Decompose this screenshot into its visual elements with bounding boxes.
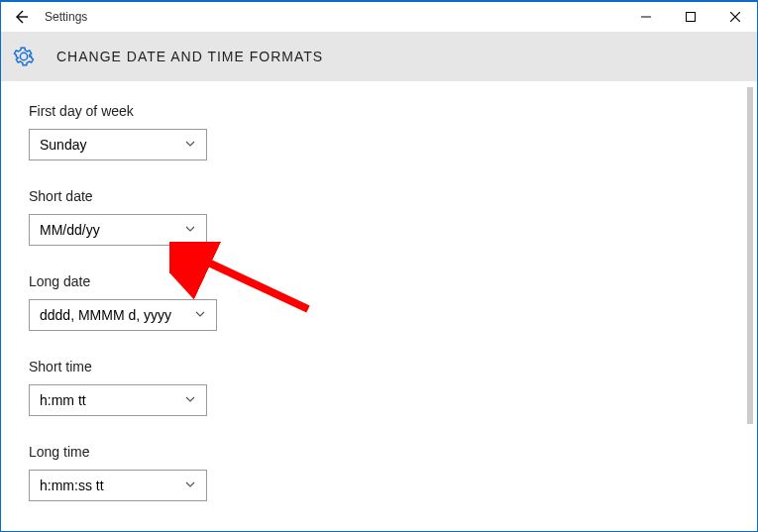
- svg-rect-0: [686, 13, 695, 22]
- window-title: Settings: [45, 10, 87, 24]
- gear-icon: [13, 46, 35, 67]
- page-title: CHANGE DATE AND TIME FORMATS: [56, 49, 323, 64]
- close-button[interactable]: [712, 2, 757, 32]
- chevron-down-icon: [176, 222, 196, 238]
- long-time-group: Long time h:mm:ss tt: [29, 444, 729, 501]
- back-button[interactable]: [9, 5, 33, 29]
- window-controls: [623, 2, 757, 32]
- long-date-group: Long date dddd, MMMM d, yyyy: [29, 273, 729, 331]
- long-date-dropdown[interactable]: dddd, MMMM d, yyyy: [29, 299, 217, 331]
- scrollbar-thumb[interactable]: [747, 87, 753, 424]
- short-time-group: Short time h:mm tt: [29, 359, 729, 416]
- maximize-button[interactable]: [668, 2, 712, 32]
- short-time-value: h:mm tt: [40, 392, 86, 408]
- close-icon: [730, 12, 740, 22]
- minimize-button[interactable]: [623, 2, 668, 32]
- chevron-down-icon: [176, 137, 196, 153]
- short-time-label: Short time: [29, 359, 729, 374]
- long-time-value: h:mm:ss tt: [40, 478, 104, 493]
- long-time-label: Long time: [29, 444, 729, 460]
- page-header: CHANGE DATE AND TIME FORMATS: [1, 32, 757, 81]
- chevron-down-icon: [186, 307, 206, 323]
- first-day-label: First day of week: [29, 103, 729, 119]
- short-date-label: Short date: [29, 188, 729, 204]
- window-titlebar: Settings: [1, 2, 757, 32]
- first-day-value: Sunday: [40, 137, 86, 153]
- short-date-group: Short date MM/dd/yy: [29, 188, 729, 246]
- minimize-icon: [641, 12, 651, 22]
- chevron-down-icon: [176, 392, 196, 408]
- short-date-value: MM/dd/yy: [40, 222, 100, 238]
- content-wrapper: First day of week Sunday Short date MM/d…: [1, 81, 757, 532]
- first-day-dropdown[interactable]: Sunday: [29, 129, 207, 160]
- scrollbar[interactable]: [747, 87, 753, 528]
- chevron-down-icon: [176, 478, 196, 493]
- long-date-value: dddd, MMMM d, yyyy: [40, 307, 171, 323]
- short-time-dropdown[interactable]: h:mm tt: [29, 384, 207, 416]
- long-time-dropdown[interactable]: h:mm:ss tt: [29, 470, 207, 501]
- first-day-group: First day of week Sunday: [29, 103, 729, 160]
- maximize-icon: [686, 12, 696, 22]
- short-date-dropdown[interactable]: MM/dd/yy: [29, 214, 207, 246]
- settings-content: First day of week Sunday Short date MM/d…: [1, 81, 757, 532]
- long-date-label: Long date: [29, 273, 729, 289]
- arrow-left-icon: [13, 9, 29, 25]
